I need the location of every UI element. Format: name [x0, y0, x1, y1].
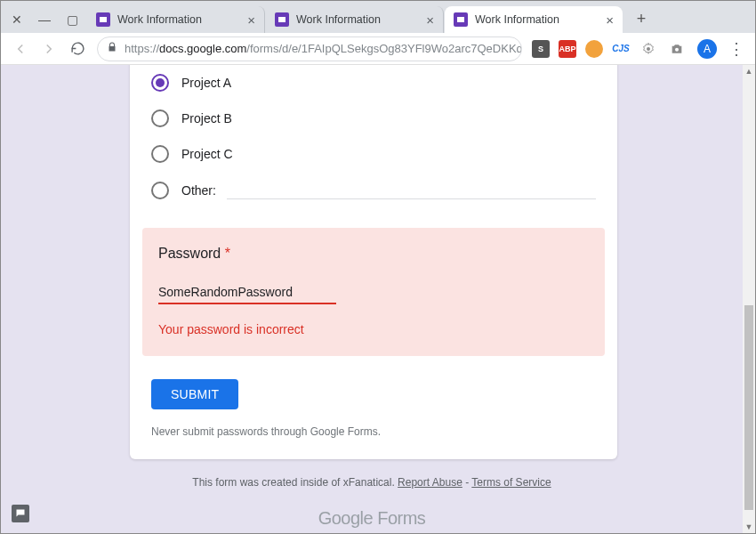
password-question: Password * Your password is incorrect	[142, 228, 605, 356]
form-card: Project A Project B Project C Other: Pas…	[130, 65, 617, 459]
url-path: /forms/d/e/1FAIpQLSekgsOg83YFl9Wo2arc7Qe…	[246, 42, 522, 55]
password-warning-text: Never submit passwords through Google Fo…	[130, 409, 617, 438]
radio-icon	[151, 145, 169, 163]
scroll-down-arrow[interactable]: ▼	[743, 521, 755, 533]
google-forms-logo[interactable]: Google Forms	[1, 508, 743, 529]
scroll-up-arrow[interactable]: ▲	[743, 65, 755, 77]
lock-icon	[107, 42, 117, 55]
required-indicator: *	[225, 246, 230, 261]
new-tab-button[interactable]: +	[629, 6, 654, 31]
profile-avatar[interactable]: A	[697, 39, 717, 59]
window-close-button[interactable]: ✕	[12, 13, 22, 26]
radio-option[interactable]: Project B	[151, 101, 596, 136]
address-bar[interactable]: https://docs.google.com/forms/d/e/1FAIpQ…	[97, 36, 522, 61]
forward-button[interactable]	[36, 36, 61, 61]
window-minimize-button[interactable]: —	[38, 13, 51, 26]
extension-camera-icon[interactable]	[664, 36, 689, 61]
extension-cookie-icon[interactable]	[585, 40, 603, 58]
radio-label: Project A	[181, 76, 231, 90]
back-button[interactable]	[8, 36, 33, 61]
tab-close-icon[interactable]: ×	[606, 12, 614, 28]
terms-link[interactable]: Terms of Service	[471, 476, 551, 489]
url-protocol: https://	[125, 42, 159, 55]
radio-icon	[151, 74, 169, 92]
browser-tab[interactable]: Work Information ×	[266, 6, 444, 33]
tab-strip: Work Information × Work Information × Wo…	[87, 1, 755, 33]
forms-favicon-icon	[454, 12, 468, 27]
window-titlebar: ✕ — ▢ Work Information × Work Informatio…	[1, 1, 755, 33]
vertical-scrollbar[interactable]: ▲ ▼	[743, 65, 755, 533]
svg-point-0	[647, 47, 650, 51]
radio-label: Project C	[181, 147, 233, 161]
form-footer: This form was created inside of xFanatic…	[1, 476, 743, 529]
window-controls: ✕ — ▢	[6, 13, 87, 33]
browser-tab[interactable]: Work Information ×	[87, 6, 265, 33]
project-question: Project A Project B Project C Other:	[130, 65, 617, 215]
extension-cjs-icon[interactable]: CJS	[612, 40, 630, 58]
radio-option[interactable]: Project C	[151, 136, 596, 172]
extension-gear-icon[interactable]	[636, 36, 661, 61]
submit-row: SUBMIT	[130, 356, 617, 409]
browser-tab-active[interactable]: Work Information ×	[445, 6, 623, 33]
svg-point-1	[675, 47, 679, 51]
radio-other-label: Other:	[181, 183, 216, 198]
tab-title: Work Information	[117, 13, 240, 26]
browser-toolbar: https://docs.google.com/forms/d/e/1FAIpQ…	[1, 33, 755, 65]
tab-title: Work Information	[475, 13, 599, 26]
radio-option-other[interactable]: Other:	[151, 172, 596, 208]
radio-option[interactable]: Project A	[151, 65, 596, 101]
radio-label: Project B	[181, 111, 232, 125]
forms-favicon-icon	[275, 12, 289, 27]
radio-icon	[151, 109, 169, 127]
window-maximize-button[interactable]: ▢	[67, 13, 78, 26]
password-input[interactable]	[158, 281, 336, 304]
feedback-button[interactable]	[12, 505, 29, 522]
password-error-message: Your password is incorrect	[158, 322, 589, 336]
forms-favicon-icon	[96, 12, 110, 27]
url-host: docs.google.com	[159, 42, 246, 55]
extension-s-icon[interactable]: S	[532, 40, 550, 58]
footer-text: This form was created inside of xFanatic…	[192, 476, 398, 489]
svg-rect-3	[20, 514, 21, 514]
reload-button[interactable]	[65, 36, 90, 61]
password-label: Password *	[158, 246, 589, 262]
radio-other-input[interactable]	[227, 181, 596, 199]
tab-title: Work Information	[296, 13, 419, 26]
extension-abp-icon[interactable]: ABP	[559, 40, 576, 58]
scrollbar-thumb[interactable]	[744, 305, 753, 510]
tab-close-icon[interactable]: ×	[247, 12, 255, 28]
svg-rect-2	[20, 511, 21, 513]
submit-button[interactable]: SUBMIT	[151, 379, 238, 409]
tab-close-icon[interactable]: ×	[426, 12, 434, 28]
report-abuse-link[interactable]: Report Abuse	[398, 476, 462, 489]
page-viewport: Project A Project B Project C Other: Pas…	[1, 65, 755, 533]
browser-menu-button[interactable]: ⋮	[725, 39, 748, 59]
radio-icon	[151, 182, 169, 199]
